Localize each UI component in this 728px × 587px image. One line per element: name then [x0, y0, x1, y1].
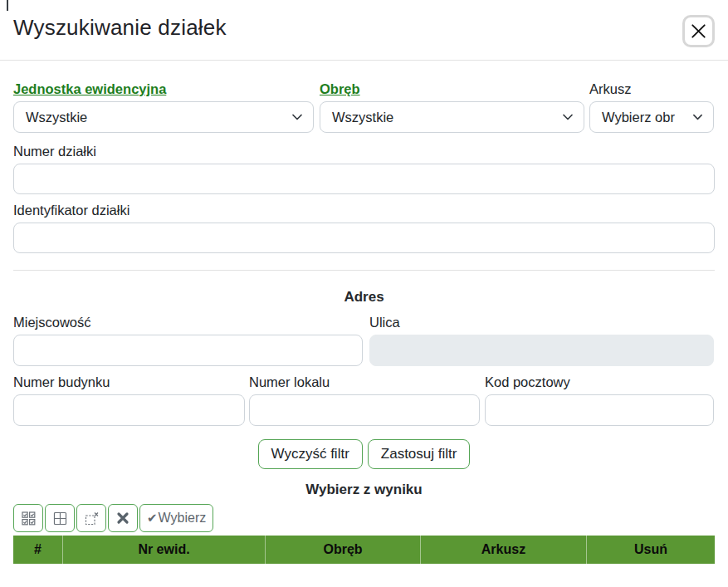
close-button[interactable]	[682, 15, 715, 47]
address-row-1: Miejscowość Ulica	[13, 314, 715, 366]
numer-dzialki-label: Numer działki	[13, 143, 715, 159]
obreb-selected-value: Wszystkie	[332, 110, 393, 125]
apply-filter-button[interactable]: Zastosuj filtr	[368, 439, 471, 469]
jednostka-ewidencyjna-select[interactable]: Wszystkie	[13, 101, 314, 133]
arkusz-label: Arkusz	[589, 81, 714, 97]
wybierz-z-wyniku-heading: Wybierz z wyniku	[13, 482, 715, 498]
column-header-arkusz: Arkusz	[420, 536, 586, 564]
numer-lokalu-input[interactable]	[249, 394, 480, 426]
dialog-title: Wyszukiwanie działek	[13, 15, 227, 41]
numer-budynku-label: Numer budynku	[13, 374, 245, 390]
numer-lokalu-label: Numer lokalu	[249, 374, 480, 390]
dashed-box-remove-icon	[85, 511, 99, 526]
obreb-label[interactable]: Obręb	[320, 81, 584, 97]
wybierz-button[interactable]: ✔ Wybierz	[139, 504, 213, 532]
arkusz-select[interactable]: Wybierz obr	[589, 101, 714, 133]
results-table-header: # Nr ewid. Obręb Arkusz Usuń	[13, 536, 715, 564]
window-grid-icon	[53, 511, 67, 526]
grid-view-button[interactable]	[45, 504, 75, 532]
chevron-down-icon	[692, 112, 703, 122]
column-header-index: #	[13, 536, 62, 564]
clear-filter-button[interactable]: Wyczyść filtr	[258, 439, 363, 469]
chevron-down-icon	[562, 112, 574, 122]
adres-heading: Adres	[13, 289, 715, 306]
results-toolbar: ✔ Wybierz	[13, 504, 715, 532]
arkusz-selected-value: Wybierz obr	[602, 110, 675, 125]
check-icon: ✔	[147, 511, 158, 526]
jednostka-ewidencyjna-label[interactable]: Jednostka ewidencyjna	[13, 81, 314, 97]
address-row-2: Numer budynku Numer lokalu Kod pocztowy	[13, 374, 715, 426]
clear-selection-button[interactable]	[76, 504, 106, 532]
column-header-nr-ewid: Nr ewid.	[62, 536, 265, 564]
filter-selects-row: Jednostka ewidencyjna Wszystkie Obręb Ws…	[13, 81, 715, 133]
jednostka-selected-value: Wszystkie	[26, 110, 87, 125]
miejscowosc-label: Miejscowość	[13, 314, 363, 330]
select-all-button[interactable]	[13, 504, 43, 532]
column-header-usun: Usuń	[586, 536, 715, 564]
dialog-edge-artifact	[7, 0, 8, 11]
wybierz-button-label: Wybierz	[159, 511, 207, 526]
numer-dzialki-input[interactable]	[13, 164, 715, 194]
filter-actions: Wyczyść filtr Zastosuj filtr	[13, 439, 715, 469]
obreb-select[interactable]: Wszystkie	[320, 101, 584, 133]
miejscowosc-input[interactable]	[13, 335, 363, 366]
ulica-label: Ulica	[369, 314, 714, 330]
ulica-input	[369, 335, 714, 366]
kod-pocztowy-input[interactable]	[485, 394, 714, 426]
identyfikator-dzialki-input[interactable]	[13, 223, 715, 253]
column-header-obreb: Obręb	[265, 536, 420, 564]
dialog-header: Wyszukiwanie działek	[0, 0, 728, 61]
grid-of-checked-boxes-icon	[22, 511, 36, 526]
bold-x-icon	[115, 511, 130, 526]
identyfikator-dzialki-label: Identyfikator działki	[13, 202, 715, 218]
numer-budynku-input[interactable]	[13, 394, 245, 426]
section-divider	[13, 270, 715, 271]
cancel-selection-button[interactable]	[108, 504, 138, 532]
dialog-body: Jednostka ewidencyjna Wszystkie Obręb Ws…	[0, 81, 728, 564]
kod-pocztowy-label: Kod pocztowy	[485, 374, 714, 390]
results-table: # Nr ewid. Obręb Arkusz Usuń	[13, 536, 715, 564]
chevron-down-icon	[291, 112, 303, 122]
x-icon	[690, 22, 707, 40]
